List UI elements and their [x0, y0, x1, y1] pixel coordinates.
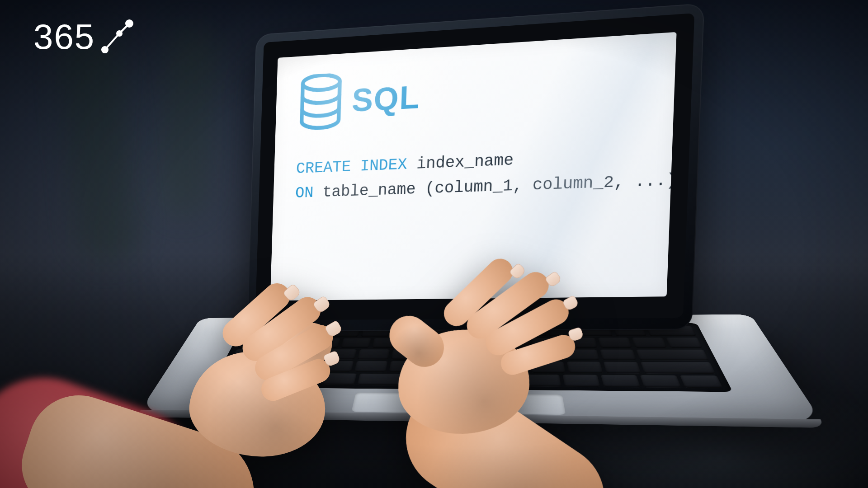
- hand-right: [363, 269, 694, 488]
- svg-point-4: [125, 19, 133, 28]
- svg-point-5: [302, 74, 340, 91]
- sql-code-text: index_name: [407, 151, 514, 174]
- sql-keyword: CREATE INDEX: [296, 155, 407, 178]
- sql-header: SQL: [297, 54, 657, 131]
- background-blur-shape: [156, 26, 219, 219]
- laptop-screen: SQL CREATE INDEX index_name ON table_nam…: [270, 32, 677, 301]
- brand-logo: 365: [33, 16, 136, 57]
- hand-left: [77, 289, 393, 488]
- sql-label: SQL: [351, 78, 421, 119]
- brand-logo-text: 365: [33, 16, 95, 57]
- database-icon: [297, 73, 344, 131]
- screen-bezel: SQL CREATE INDEX index_name ON table_nam…: [255, 13, 694, 320]
- brand-logo-icon: [98, 18, 136, 56]
- svg-point-3: [116, 30, 123, 37]
- promo-scene: 365: [0, 0, 868, 488]
- sql-code-block: CREATE INDEX index_name ON table_name (c…: [295, 142, 653, 206]
- svg-point-2: [101, 46, 108, 53]
- sql-keyword: ON: [295, 184, 314, 202]
- background-blur-shape: [56, 33, 142, 265]
- screen-content: SQL CREATE INDEX index_name ON table_nam…: [295, 54, 656, 206]
